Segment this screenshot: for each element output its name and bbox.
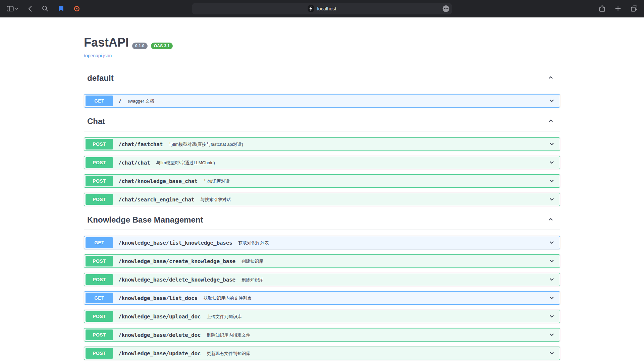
operations-list: POST /chat/fastchat 与llm模型对话(直接与fastchat… — [84, 137, 560, 206]
extension-bookmark-button[interactable] — [58, 5, 64, 12]
tag-section-chat: Chat POST /chat/fastchat 与llm模型对话(直接与fas… — [84, 113, 560, 206]
tag-section-default: default GET / swagger 文档 — [84, 69, 560, 108]
method-badge: POST — [86, 348, 113, 359]
address-bar[interactable]: localhost — [192, 3, 452, 14]
operation-description: 更新现有文件到知识库 — [207, 350, 250, 357]
back-button[interactable] — [28, 5, 33, 12]
operation-description: 创建知识库 — [241, 258, 263, 264]
chevron-down-icon — [548, 295, 555, 301]
openapi-json-link[interactable]: /openapi.json — [84, 53, 112, 58]
api-title-text: FastAPI — [84, 36, 129, 50]
url-text: localhost — [317, 6, 336, 11]
chevron-down-icon — [548, 178, 555, 184]
chevron-down-icon — [548, 239, 555, 246]
method-badge: GET — [86, 96, 113, 106]
tag-section-knowledge-base-management: Knowledge Base Management GET /knowledge… — [84, 211, 560, 362]
operation-row[interactable]: POST /chat/knowledge_base_chat 与知识库对话 — [84, 174, 560, 188]
section-header[interactable]: Knowledge Base Management — [84, 211, 560, 230]
chevron-down-icon — [548, 159, 555, 166]
operation-path: /knowledge_base/delete_doc — [118, 332, 201, 338]
section-title: Knowledge Base Management — [87, 215, 203, 225]
page-title: FastAPI 0.1.0 OAS 3.1 — [84, 36, 560, 50]
operation-row[interactable]: POST /knowledge_base/delete_doc 删除知识库内指定… — [84, 328, 560, 342]
section-header[interactable]: default — [84, 69, 560, 88]
operation-row[interactable]: GET /knowledge_base/list_knowledge_bases… — [84, 236, 560, 249]
sidebar-toggle-button[interactable] — [6, 5, 19, 12]
toolbar-left — [6, 5, 80, 12]
operation-row[interactable]: POST /knowledge_base/upload_doc 上传文件到知识库 — [84, 310, 560, 323]
chevron-down-icon — [548, 350, 555, 357]
chevron-down-icon — [548, 276, 555, 283]
new-tab-button[interactable] — [614, 5, 622, 12]
toolbar-right — [598, 4, 638, 13]
chevron-down-icon — [548, 141, 555, 147]
operation-description: 删除知识库内指定文件 — [207, 332, 250, 338]
operation-row[interactable]: GET / swagger 文档 — [84, 94, 560, 108]
method-badge: POST — [86, 256, 113, 266]
operation-path: /knowledge_base/list_knowledge_bases — [118, 240, 232, 246]
tab-overview-button[interactable] — [630, 5, 638, 12]
section-title: default — [87, 73, 114, 83]
operation-description: 删除知识库 — [241, 277, 263, 283]
operation-path: /knowledge_base/list_docs — [118, 295, 198, 301]
operation-description: 上传文件到知识库 — [207, 313, 241, 320]
page-options-button[interactable] — [443, 5, 449, 12]
operations-list: GET /knowledge_base/list_knowledge_bases… — [84, 236, 560, 362]
version-badge: 0.1.0 — [132, 43, 148, 49]
section-title: Chat — [87, 117, 105, 126]
swagger-ui: FastAPI 0.1.0 OAS 3.1 /openapi.json defa… — [77, 17, 567, 362]
operation-row[interactable]: POST /knowledge_base/delete_knowledge_ba… — [84, 273, 560, 286]
method-badge: POST — [86, 274, 113, 285]
ellipsis-icon — [444, 8, 448, 9]
share-button[interactable] — [598, 4, 606, 13]
search-button[interactable] — [41, 5, 49, 12]
operation-path: /chat/knowledge_base_chat — [118, 178, 198, 184]
operation-description: 获取知识库列表 — [238, 240, 269, 246]
operation-row[interactable]: GET /knowledge_base/list_docs 获取知识库内的文件列… — [84, 291, 560, 305]
method-badge: POST — [86, 157, 113, 168]
section-collapse-button[interactable] — [546, 116, 555, 126]
oas-badge: OAS 3.1 — [151, 43, 173, 49]
site-favicon — [308, 5, 314, 12]
plus-icon — [615, 6, 621, 11]
chevron-down-icon — [548, 331, 555, 338]
operation-row[interactable]: POST /chat/search_engine_chat 与搜索引擎对话 — [84, 193, 560, 206]
operation-row[interactable]: POST /knowledge_base/create_knowledge_ba… — [84, 254, 560, 268]
section-collapse-button[interactable] — [546, 73, 555, 83]
operation-path: /chat/chat — [118, 160, 150, 166]
chevron-down-icon — [548, 98, 555, 104]
search-icon — [42, 5, 48, 12]
method-badge: POST — [86, 311, 113, 322]
method-badge: POST — [86, 194, 113, 205]
browser-toolbar: localhost — [0, 0, 644, 17]
operation-path: / — [118, 98, 121, 104]
method-badge: POST — [86, 329, 113, 340]
share-icon — [599, 5, 605, 12]
record-circle-icon — [74, 6, 80, 12]
extension-circle-button[interactable] — [73, 5, 80, 12]
operation-row[interactable]: POST /chat/fastchat 与llm模型对话(直接与fastchat… — [84, 137, 560, 151]
site-favicon-bolt-icon — [309, 6, 313, 11]
method-badge: GET — [86, 293, 113, 303]
operation-row[interactable]: POST /knowledge_base/update_doc 更新现有文件到知… — [84, 347, 560, 360]
chevron-down-icon — [15, 8, 18, 10]
section-collapse-button[interactable] — [546, 215, 555, 225]
chevron-down-icon — [548, 196, 555, 203]
chevron-up-icon — [547, 77, 554, 82]
api-info: FastAPI 0.1.0 OAS 3.1 /openapi.json — [84, 17, 560, 67]
operation-description: 与llm模型对话(直接与fastchat api对话) — [169, 141, 243, 147]
operation-row[interactable]: POST /chat/chat 与llm模型对话(通过LLMChain) — [84, 156, 560, 169]
operation-description: 与知识库对话 — [204, 178, 230, 184]
operation-path: /knowledge_base/upload_doc — [118, 313, 201, 320]
operation-path: /chat/search_engine_chat — [118, 196, 194, 203]
sidebar-toggle-icon — [7, 6, 14, 12]
method-badge: GET — [86, 237, 113, 248]
address-content: localhost — [308, 5, 336, 12]
chevron-up-icon — [547, 120, 554, 125]
chevron-down-icon — [548, 313, 555, 320]
section-header[interactable]: Chat — [84, 113, 560, 131]
chevron-down-icon — [548, 258, 555, 264]
operation-path: /knowledge_base/update_doc — [118, 350, 201, 357]
back-icon — [28, 6, 32, 12]
bookmark-icon — [58, 6, 64, 12]
